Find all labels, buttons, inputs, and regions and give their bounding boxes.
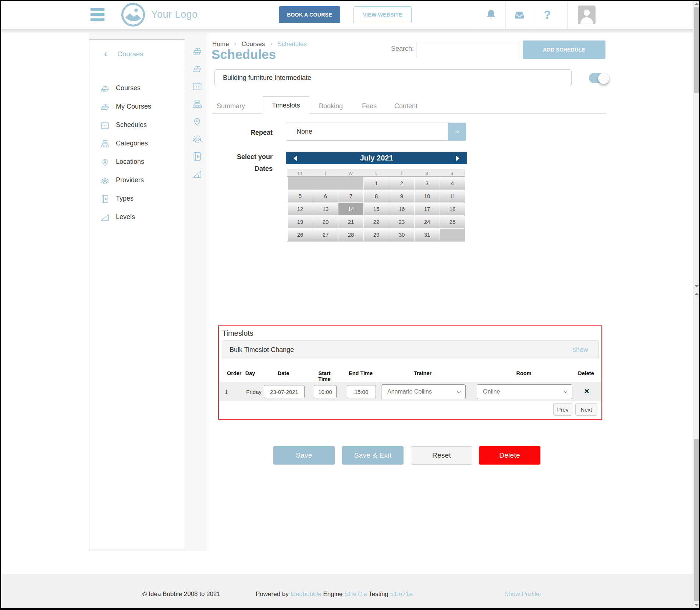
scrollbar-thumb[interactable] (694, 7, 699, 93)
repeat-select[interactable]: None (286, 123, 466, 141)
calendar-day[interactable]: 1 (364, 177, 389, 190)
calendar-day[interactable]: 2 (389, 177, 414, 190)
delete-button[interactable]: Delete (479, 446, 540, 465)
calendar-prev-month-icon[interactable] (294, 155, 297, 161)
sidebar-item-types[interactable]: Types (89, 190, 185, 208)
tab-booking[interactable]: Booking (319, 102, 343, 110)
categories-icon[interactable] (192, 98, 203, 109)
courses-icon[interactable] (192, 63, 203, 74)
view-website-button[interactable]: VIEW WEBSITE (353, 6, 412, 23)
tab-fees[interactable]: Fees (362, 102, 377, 110)
save-button[interactable]: Save (273, 446, 335, 465)
content-divider (1, 565, 699, 565)
calendar-day[interactable]: 22 (364, 216, 389, 228)
calendar-day[interactable]: 30 (389, 229, 414, 241)
timeslot-start-time-input[interactable] (314, 385, 337, 398)
calendar-day[interactable]: 31 (415, 229, 440, 241)
engine-version-link[interactable]: 51fe71e (344, 590, 367, 597)
book-a-course-button[interactable]: BOOK A COURSE (279, 6, 340, 23)
calendar-next-month-icon[interactable] (456, 155, 459, 161)
calendar-day[interactable]: 24 (415, 216, 440, 228)
menu-icon[interactable] (90, 8, 104, 21)
help-icon[interactable]: ? (542, 8, 553, 22)
schedules-icon (100, 120, 110, 130)
calendar-day[interactable]: 11 (440, 190, 465, 202)
calendar-day[interactable]: 13 (313, 203, 338, 215)
scrollbar-up-icon[interactable] (695, 3, 699, 5)
calendar-day[interactable]: 15 (364, 203, 389, 215)
sidebar-item-locations[interactable]: Locations (89, 153, 185, 172)
calendar-day[interactable]: 12 (288, 203, 313, 215)
calendar-day[interactable]: 7 (338, 190, 363, 202)
ideabubble-link[interactable]: Ideabubble (291, 590, 321, 597)
timeslot-end-time-input[interactable] (347, 385, 376, 398)
sidebar-item-my-courses[interactable]: My Courses (89, 98, 185, 116)
sidebar-item-levels[interactable]: Levels (89, 208, 185, 227)
calendar-day[interactable]: 4 (440, 177, 465, 190)
show-profiler-link[interactable]: Show Profiler (504, 590, 541, 598)
add-schedule-button[interactable]: ADD SCHEDULE (523, 40, 605, 59)
sidebar-item-providers[interactable]: Providers (89, 172, 185, 190)
course-active-toggle[interactable] (589, 73, 609, 83)
reset-button[interactable]: Reset (411, 446, 472, 465)
logo-icon[interactable] (121, 2, 146, 27)
bulk-show-link[interactable]: show (573, 346, 588, 354)
next-button[interactable]: Next (575, 403, 597, 416)
calendar-day[interactable]: 26 (288, 229, 313, 241)
delete-timeslot-button[interactable]: ✕ (578, 387, 596, 395)
calendar-day[interactable]: 5 (288, 190, 313, 202)
scrollbar-up-icon[interactable] (695, 293, 699, 295)
calendar-day[interactable]: 25 (440, 216, 465, 228)
search-input[interactable] (416, 42, 519, 58)
calendar-day[interactable]: 17 (415, 203, 440, 215)
scrollbar[interactable] (693, 1, 699, 608)
avatar[interactable] (578, 6, 596, 24)
prev-button[interactable]: Prev (553, 403, 572, 416)
bell-icon[interactable] (484, 8, 498, 22)
sidebar-item-label: Levels (116, 213, 135, 221)
powered-by-text: Powered by Ideabubble Engine 51fe71e Tes… (256, 590, 413, 598)
sidebar: ‹ Courses CoursesMy CoursesSchedulesCate… (89, 39, 185, 550)
tab-timeslots[interactable]: Timeslots (262, 96, 310, 114)
tab-content[interactable]: Content (394, 102, 417, 110)
calendar-day[interactable]: 28 (338, 229, 363, 241)
courses-icon[interactable] (192, 46, 203, 57)
calendar-day[interactable]: 21 (338, 216, 363, 228)
schedules-icon[interactable] (192, 81, 203, 92)
trainer-select[interactable]: Annmarie Collins (381, 384, 466, 399)
calendar-day[interactable]: 8 (364, 190, 389, 202)
save-exit-button[interactable]: Save & Exit (342, 446, 404, 465)
calendar-day[interactable]: 27 (313, 229, 338, 241)
types-icon[interactable] (192, 151, 203, 162)
calendar-day[interactable]: 20 (313, 216, 338, 228)
sidebar-item-categories[interactable]: Categories (89, 135, 185, 153)
calendar-day[interactable]: 16 (389, 203, 414, 215)
locations-icon[interactable] (192, 116, 203, 127)
calendar-day[interactable]: 6 (313, 190, 338, 202)
sidebar-item-courses[interactable]: Courses (89, 80, 185, 98)
calendar-day[interactable]: 3 (415, 177, 440, 190)
breadcrumb-courses[interactable]: Courses (242, 40, 265, 47)
testing-version-link[interactable]: 51fe71e (390, 590, 413, 597)
scrollbar-thumb[interactable] (694, 439, 699, 601)
calendar-day[interactable]: 19 (288, 216, 313, 228)
sidebar-back-header[interactable]: ‹ Courses (89, 40, 185, 68)
providers-icon[interactable] (192, 134, 203, 145)
calendar-day-selected[interactable]: 14 (338, 203, 363, 215)
scrollbar-down-icon[interactable] (695, 285, 699, 288)
tab-summary[interactable]: Summary (217, 102, 245, 110)
calendar-grid: 1234567891011121314151617181920212223242… (287, 176, 465, 241)
inbox-icon[interactable] (512, 8, 526, 22)
calendar-day[interactable]: 10 (415, 190, 440, 202)
scrollbar-down-icon[interactable] (695, 604, 699, 606)
room-select[interactable]: Online (477, 384, 572, 399)
levels-icon[interactable] (192, 169, 203, 180)
calendar-day[interactable]: 23 (389, 216, 414, 228)
timeslot-date-input[interactable] (264, 385, 305, 398)
calendar-day[interactable]: 29 (364, 229, 389, 241)
breadcrumb-home[interactable]: Home (212, 40, 229, 47)
calendar-day[interactable]: 9 (389, 190, 414, 202)
sidebar-item-schedules[interactable]: Schedules (89, 116, 185, 135)
calendar-day[interactable]: 18 (440, 203, 465, 215)
course-name-input[interactable] (214, 69, 572, 86)
